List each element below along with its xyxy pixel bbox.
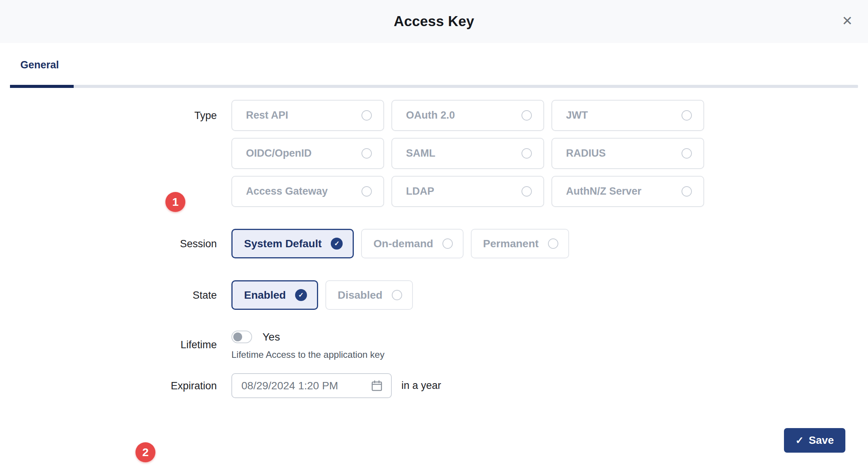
option-label: RADIUS bbox=[566, 147, 606, 159]
type-row: Type Rest API OAuth 2.0 JWT bbox=[0, 100, 868, 207]
radio-icon[interactable] bbox=[548, 238, 558, 249]
option-label: OAuth 2.0 bbox=[406, 109, 455, 121]
expiration-label: Expiration bbox=[0, 379, 217, 392]
state-option-enabled[interactable]: Enabled ✓ bbox=[231, 280, 318, 310]
type-option-oauth2[interactable]: OAuth 2.0 bbox=[391, 100, 544, 131]
option-label: LDAP bbox=[406, 185, 434, 197]
option-label: SAML bbox=[406, 147, 436, 159]
type-option-oidc-openid[interactable]: OIDC/OpenID bbox=[231, 138, 384, 169]
expiration-hint: in a year bbox=[401, 380, 441, 392]
option-label: Enabled bbox=[244, 289, 286, 301]
option-label: OIDC/OpenID bbox=[246, 147, 312, 159]
save-button-label: Save bbox=[809, 434, 834, 447]
type-option-rest-api[interactable]: Rest API bbox=[231, 100, 384, 131]
access-key-modal: Access Key ✕ General 1 2 Type Rest API O… bbox=[0, 0, 868, 473]
option-label: Disabled bbox=[338, 289, 383, 301]
type-label: Type bbox=[0, 100, 217, 122]
expiration-date-input[interactable]: 08/29/2024 1:20 PM bbox=[231, 373, 392, 398]
step-badge-1: 1 bbox=[165, 192, 185, 212]
tab-active-indicator bbox=[10, 85, 74, 88]
lifetime-description: Lifetime Access to the application key bbox=[231, 349, 384, 360]
tab-progress-bar bbox=[10, 85, 858, 88]
option-label: Rest API bbox=[246, 109, 288, 121]
option-label: Permanent bbox=[483, 238, 539, 250]
type-options-grid: Rest API OAuth 2.0 JWT OIDC/OpenID bbox=[231, 100, 704, 207]
type-option-authnz-server[interactable]: AuthN/Z Server bbox=[551, 176, 704, 207]
session-label: Session bbox=[0, 237, 217, 250]
check-circle-icon: ✓ bbox=[295, 289, 307, 301]
close-icon[interactable]: ✕ bbox=[838, 12, 856, 30]
modal-title: Access Key bbox=[394, 13, 474, 30]
state-options: Enabled ✓ Disabled bbox=[231, 280, 413, 310]
radio-icon[interactable] bbox=[361, 148, 372, 159]
tab-general[interactable]: General bbox=[20, 59, 59, 71]
general-form: 1 2 Type Rest API OAuth 2.0 JWT bbox=[0, 88, 868, 398]
expiration-row: Expiration 08/29/2024 1:20 PM in a year bbox=[0, 373, 868, 398]
radio-icon[interactable] bbox=[361, 186, 372, 197]
calendar-icon[interactable] bbox=[370, 379, 383, 392]
state-label: State bbox=[0, 289, 217, 302]
state-option-disabled[interactable]: Disabled bbox=[325, 280, 413, 310]
modal-header: Access Key ✕ bbox=[0, 0, 868, 43]
radio-icon[interactable] bbox=[682, 186, 692, 197]
type-option-access-gateway[interactable]: Access Gateway bbox=[231, 176, 384, 207]
option-label: System Default bbox=[244, 238, 322, 250]
state-row: State Enabled ✓ Disabled bbox=[0, 280, 868, 310]
toggle-knob[interactable] bbox=[233, 332, 242, 341]
type-option-jwt[interactable]: JWT bbox=[551, 100, 704, 131]
session-options: System Default ✓ On-demand Permanent bbox=[231, 229, 569, 258]
lifetime-label: Lifetime bbox=[0, 331, 217, 351]
type-option-saml[interactable]: SAML bbox=[391, 138, 544, 169]
option-label: AuthN/Z Server bbox=[566, 185, 642, 197]
lifetime-toggle[interactable] bbox=[231, 331, 252, 343]
lifetime-row: Lifetime Yes Lifetime Access to the appl… bbox=[0, 331, 868, 360]
check-circle-icon: ✓ bbox=[331, 238, 343, 250]
save-button[interactable]: ✓ Save bbox=[784, 428, 845, 453]
session-row: Session System Default ✓ On-demand Perma… bbox=[0, 229, 868, 258]
radio-icon[interactable] bbox=[361, 110, 372, 121]
session-option-permanent[interactable]: Permanent bbox=[471, 229, 569, 258]
option-label: On-demand bbox=[373, 238, 433, 250]
option-label: JWT bbox=[566, 109, 588, 121]
step-badge-2: 2 bbox=[135, 442, 155, 462]
lifetime-toggle-label: Yes bbox=[262, 331, 280, 343]
radio-icon[interactable] bbox=[521, 148, 532, 159]
type-option-radius[interactable]: RADIUS bbox=[551, 138, 704, 169]
radio-icon[interactable] bbox=[521, 110, 532, 121]
type-option-ldap[interactable]: LDAP bbox=[391, 176, 544, 207]
session-option-system-default[interactable]: System Default ✓ bbox=[231, 229, 354, 258]
radio-icon[interactable] bbox=[682, 148, 692, 159]
session-option-on-demand[interactable]: On-demand bbox=[361, 229, 464, 258]
radio-icon[interactable] bbox=[442, 238, 453, 249]
check-icon: ✓ bbox=[795, 435, 804, 445]
radio-icon[interactable] bbox=[521, 186, 532, 197]
radio-icon[interactable] bbox=[682, 110, 692, 121]
tab-row: General bbox=[0, 43, 868, 71]
expiration-date-value: 08/29/2024 1:20 PM bbox=[241, 380, 338, 392]
radio-icon[interactable] bbox=[392, 290, 402, 300]
option-label: Access Gateway bbox=[246, 185, 328, 197]
